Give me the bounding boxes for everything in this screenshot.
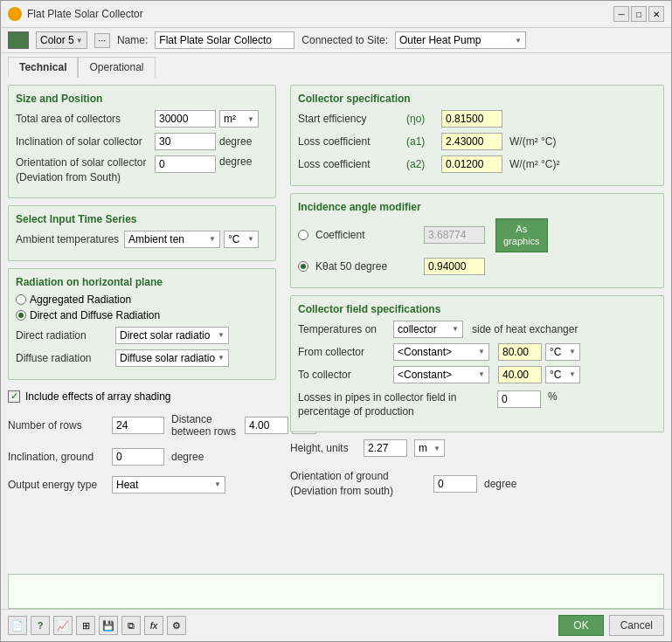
incidence-title: Incidence angle modifier — [298, 201, 656, 213]
connected-value: Outer Heat Pump — [399, 34, 481, 46]
kgat-radio[interactable] — [298, 261, 308, 272]
tab-operational[interactable]: Operational — [78, 57, 155, 78]
connected-chevron-icon: ▼ — [515, 37, 522, 45]
direct-chevron-icon: ▼ — [218, 331, 225, 339]
inclination-ground-unit: degree — [171, 451, 204, 463]
collector-field-group: Collector field specifications Temperatu… — [290, 295, 664, 433]
copy-icon-button[interactable]: ⧉ — [121, 616, 141, 635]
as-graphics-button[interactable]: Asgraphics — [495, 218, 548, 252]
connected-dropdown[interactable]: Outer Heat Pump ▼ — [395, 31, 526, 49]
array-shading-checkbox[interactable]: ✓ — [8, 390, 20, 403]
losses-input[interactable] — [497, 390, 541, 408]
color-label: Color 5 — [40, 34, 74, 46]
settings-icon-button[interactable]: ⚙ — [167, 616, 186, 635]
help-icon-button[interactable]: ? — [31, 616, 50, 635]
coefficient-label: Coefficient — [315, 229, 420, 241]
start-eff-input[interactable] — [441, 110, 502, 128]
orientation-ground-input[interactable] — [433, 475, 477, 493]
fx-icon-button[interactable]: fx — [144, 616, 163, 635]
maximize-button[interactable]: □ — [631, 6, 647, 22]
from-collector-dropdown[interactable]: <Constant> ▼ — [393, 343, 489, 361]
from-collector-unit: °C — [550, 346, 561, 358]
collector-spec-title: Collector specification — [298, 93, 656, 105]
distance-input[interactable] — [245, 417, 288, 434]
title-bar-left: Flat Plate Solar Collector — [8, 7, 143, 21]
close-button[interactable]: ✕ — [648, 6, 664, 22]
from-collector-label: From collector — [298, 346, 390, 358]
to-collector-row: To collector <Constant> ▼ °C ▼ — [298, 366, 656, 383]
temps-on-value: collector — [398, 323, 437, 335]
output-energy-row: Output energy type Heat ▼ — [8, 476, 276, 494]
diffuse-label: Diffuse radiation — [16, 352, 112, 364]
text-area[interactable] — [8, 574, 664, 609]
to-collector-unit: °C — [550, 369, 561, 381]
collector-field-title: Collector field specifications — [298, 303, 656, 315]
grid-icon-button[interactable]: ⊞ — [76, 616, 95, 635]
rows-input[interactable] — [112, 417, 164, 434]
checkmark-icon: ✓ — [10, 390, 18, 402]
temps-on-dropdown[interactable]: collector ▼ — [393, 321, 463, 338]
chart-icon-button[interactable]: 📈 — [53, 616, 73, 635]
inclination-input[interactable] — [155, 133, 216, 150]
save-icon-button[interactable]: 💾 — [99, 616, 118, 635]
inclination-ground-row: Inclination, ground degree — [8, 448, 276, 466]
rows-row: Number of rows Distance between rows m ▼ — [8, 413, 276, 438]
loss-a2-row: Loss coefficient (a2) W/(m² °C)² — [298, 155, 656, 173]
total-area-unit-dropdown[interactable]: m² ▼ — [219, 110, 259, 128]
height-unit-dropdown[interactable]: m ▼ — [414, 439, 445, 457]
ambient-dropdown[interactable]: Ambient ten ▼ — [124, 231, 220, 248]
to-collector-dropdown[interactable]: <Constant> ▼ — [393, 366, 489, 383]
output-energy-dropdown[interactable]: Heat ▼ — [112, 476, 225, 494]
name-input[interactable] — [155, 31, 294, 49]
kgat-label: Kθat 50 degree — [315, 260, 420, 273]
color-dropdown[interactable]: Color 5 ▼ — [36, 31, 87, 49]
inclination-label: Inclination of solar collector — [16, 135, 151, 148]
window-icon — [8, 7, 22, 21]
coefficient-radio[interactable] — [298, 230, 308, 240]
losses-unit: % — [548, 390, 558, 403]
inclination-ground-input[interactable] — [112, 448, 164, 466]
minimize-button[interactable]: ─ — [613, 6, 629, 22]
from-collector-temp-input[interactable] — [498, 343, 542, 361]
incidence-group: Incidence angle modifier Coefficient Asg… — [290, 193, 664, 288]
total-area-unit: m² — [224, 113, 236, 125]
coefficient-input[interactable] — [424, 226, 485, 244]
height-input[interactable] — [364, 439, 407, 457]
to-collector-temp-input[interactable] — [498, 366, 542, 383]
page-icon-button[interactable]: 📄 — [8, 616, 27, 635]
kgat-input[interactable] — [424, 258, 485, 275]
color-more-button[interactable]: ··· — [94, 33, 110, 48]
distance-label: Distance between rows — [171, 413, 241, 438]
loss-a1-symbol: (a1) — [406, 135, 438, 148]
direct-diffuse-radio[interactable] — [16, 310, 26, 321]
orientation-row: Orientation of solar collector (Deviatio… — [16, 155, 268, 185]
name-label: Name: — [117, 34, 148, 46]
aggregated-radio[interactable] — [16, 294, 26, 305]
ambient-unit-dropdown[interactable]: °C ▼ — [224, 231, 259, 248]
ok-button[interactable]: OK — [558, 615, 603, 636]
orientation-ground-unit: degree — [484, 478, 516, 490]
orientation-ground-row: Orientation of ground (Deviation from so… — [290, 469, 664, 499]
direct-dropdown[interactable]: Direct solar radiatio ▼ — [115, 327, 229, 344]
loss-a1-input[interactable] — [441, 133, 502, 150]
height-chevron-icon: ▼ — [433, 445, 440, 452]
loss-a2-input[interactable] — [441, 155, 502, 173]
to-collector-unit-dropdown[interactable]: °C ▼ — [545, 366, 580, 383]
ambient-value: Ambient ten — [128, 233, 184, 245]
total-area-input[interactable] — [155, 110, 216, 128]
diffuse-dropdown[interactable]: Diffuse solar radiatio ▼ — [115, 349, 229, 367]
cancel-button[interactable]: Cancel — [609, 615, 664, 636]
inclination-ground-label: Inclination, ground — [8, 451, 108, 463]
kgat-row: Kθat 50 degree — [298, 258, 656, 275]
from-collector-unit-dropdown[interactable]: °C ▼ — [545, 343, 580, 361]
losses-row: Losses in pipes in collector field in pe… — [298, 390, 656, 420]
start-eff-symbol: (ηo) — [406, 113, 438, 125]
loss-a2-label: Loss coefficient — [298, 158, 403, 170]
total-area-label: Total area of collectors — [16, 113, 151, 125]
temps-on-label: Temperatures on — [298, 323, 390, 335]
start-eff-row: Start efficiency (ηo) — [298, 110, 656, 128]
ambient-chevron-icon: ▼ — [209, 235, 216, 243]
radiation-group: Radiation on horizontal plane Aggregated… — [8, 268, 276, 380]
tab-technical[interactable]: Technical — [8, 57, 78, 78]
orientation-input[interactable] — [155, 155, 216, 173]
